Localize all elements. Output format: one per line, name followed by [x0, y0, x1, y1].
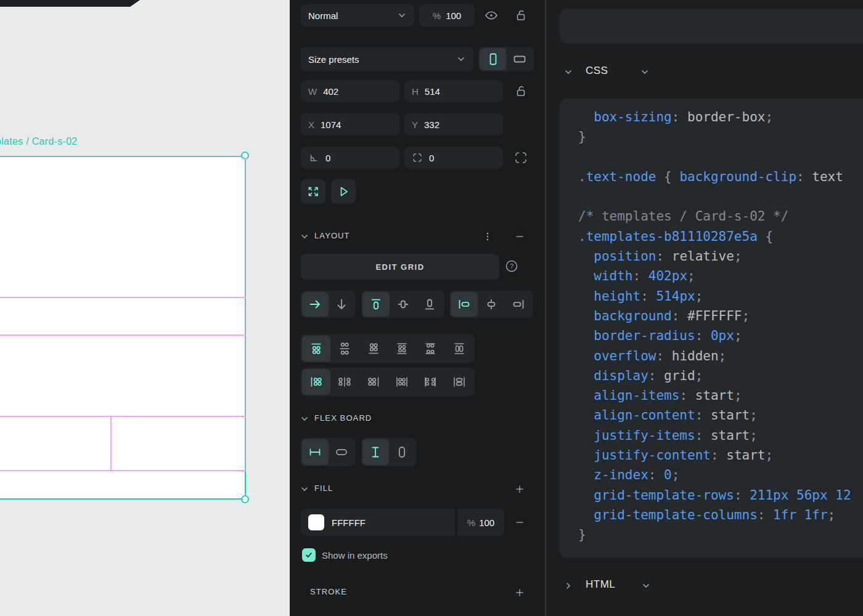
play-icon [336, 184, 351, 199]
grid-column-line [110, 416, 112, 470]
resize-board-to-fit-button[interactable] [301, 179, 325, 204]
height-hug-button[interactable] [389, 439, 415, 465]
align-items-start-button[interactable] [362, 292, 390, 317]
orientation-landscape-button[interactable] [506, 48, 533, 70]
justify-items-group [449, 291, 533, 318]
border-radius-input[interactable]: 0 [404, 147, 503, 169]
direction-column-button[interactable] [329, 292, 355, 317]
direction-row-button[interactable] [302, 292, 329, 317]
selection-border-bottom [0, 498, 246, 500]
justify-items-start-button[interactable] [451, 292, 478, 317]
align-content-stretch-button[interactable] [445, 336, 473, 362]
kebab-menu-icon [482, 231, 493, 242]
border-radius-value: 0 [429, 153, 434, 163]
fill-collapse-chevron[interactable] [297, 482, 312, 496]
content-stretch-icon [452, 341, 467, 356]
selected-board[interactable] [0, 156, 246, 500]
css-options-chevron[interactable] [637, 65, 652, 79]
fill-color-input[interactable]: FFFFFF [301, 509, 455, 536]
content-space-around-icon [423, 375, 438, 389]
align-items-group [361, 291, 444, 318]
fill-section-title: FILL [314, 484, 333, 493]
align-items-end-button[interactable] [416, 292, 443, 317]
visibility-toggle-button[interactable] [484, 8, 499, 23]
height-input[interactable]: H 514 [404, 80, 503, 102]
toolbar-fragment [0, 0, 140, 7]
proportion-lock-button[interactable] [513, 84, 528, 99]
code-line: align-content: start; [578, 405, 863, 425]
align-content-space-between-button[interactable] [388, 336, 416, 362]
edit-grid-button[interactable]: EDIT GRID [301, 254, 499, 280]
rotation-input[interactable]: 0 [301, 147, 399, 169]
justify-content-center-button[interactable] [330, 369, 359, 395]
opacity-value: 100 [446, 10, 461, 21]
lock-toggle-button[interactable] [513, 8, 528, 23]
width-fix-button[interactable] [302, 439, 329, 465]
independent-corners-button[interactable] [513, 150, 528, 165]
remove-layout-button[interactable] [512, 229, 527, 244]
add-stroke-button[interactable] [512, 585, 527, 600]
align-content-space-around-button[interactable] [416, 336, 444, 362]
opacity-input[interactable]: % 100 [419, 4, 475, 26]
content-end-icon [366, 341, 381, 356]
show-in-exports-label: Show in exports [322, 550, 388, 561]
align-content-start-button[interactable] [302, 336, 330, 362]
layout-collapse-chevron[interactable] [297, 229, 312, 244]
css-collapse-chevron[interactable] [561, 65, 576, 79]
justify-content-space-between-button[interactable] [388, 369, 416, 395]
help-icon: ? [504, 259, 519, 274]
show-in-exports-checkbox[interactable] [302, 548, 316, 562]
flex-board-collapse-chevron[interactable] [297, 411, 312, 426]
align-items-center-button[interactable] [390, 292, 417, 317]
html-options-chevron[interactable] [639, 578, 653, 593]
rotation-value: 0 [325, 153, 330, 163]
align-content-group [301, 334, 475, 363]
hug-width-icon [334, 445, 349, 460]
align-center-icon [396, 297, 411, 312]
play-prototype-button[interactable] [331, 179, 356, 204]
blend-mode-value: Normal [308, 10, 338, 21]
height-fix-button[interactable] [362, 439, 389, 465]
fill-opacity-input[interactable]: % 100 [457, 509, 504, 536]
justify-items-end-button[interactable] [505, 292, 532, 317]
rotation-icon [308, 152, 319, 163]
html-collapse-chevron[interactable] [561, 578, 576, 593]
justify-items-center-button[interactable] [478, 292, 505, 317]
justify-content-space-around-button[interactable] [416, 369, 444, 395]
width-input[interactable]: W 402 [301, 80, 399, 102]
code-line: grid-template-columns: 1fr 1fr; [578, 505, 863, 525]
justify-content-stretch-button[interactable] [445, 369, 473, 395]
justify-content-start-button[interactable] [302, 369, 330, 395]
selection-border-right-upper [245, 156, 246, 470]
x-position-input[interactable]: X 1074 [301, 113, 399, 136]
css-code[interactable]: box-sizing: border-box;}.text-node { bac… [560, 99, 863, 558]
remove-fill-button[interactable] [512, 515, 527, 530]
layout-help-button[interactable]: ? [504, 259, 519, 274]
chevron-down-icon [397, 10, 407, 20]
orientation-portrait-button[interactable] [480, 48, 506, 70]
code-line: background: #FFFFFF; [578, 306, 863, 326]
resize-board-to-fit-icon [306, 184, 321, 199]
fill-color-swatch[interactable] [308, 514, 324, 530]
canvas-viewport[interactable]: plates / Card-s-02 [0, 0, 290, 616]
minus-icon [514, 517, 525, 528]
add-fill-button[interactable] [512, 482, 527, 496]
board-name-label[interactable]: plates / Card-s-02 [0, 136, 78, 147]
justify-content-end-button[interactable] [359, 369, 388, 395]
css-section-label: CSS [586, 65, 608, 77]
resize-handle-bottom-right[interactable] [241, 495, 249, 503]
content-stretch-icon [452, 375, 467, 389]
y-position-input[interactable]: Y 332 [404, 113, 503, 136]
content-space-between-icon [395, 341, 409, 356]
layout-menu-button[interactable] [480, 229, 495, 244]
align-content-center-button[interactable] [330, 336, 359, 362]
code-line: width: 402px; [578, 266, 863, 286]
blend-mode-select[interactable]: Normal [301, 4, 414, 26]
resize-handle-top-right[interactable] [241, 152, 249, 160]
content-center-icon [337, 341, 352, 356]
y-value: 332 [424, 120, 440, 130]
align-content-end-button[interactable] [359, 336, 388, 362]
size-presets-select[interactable]: Size presets [301, 47, 473, 71]
width-hug-button[interactable] [329, 439, 355, 465]
code-line: display: grid; [578, 366, 863, 386]
